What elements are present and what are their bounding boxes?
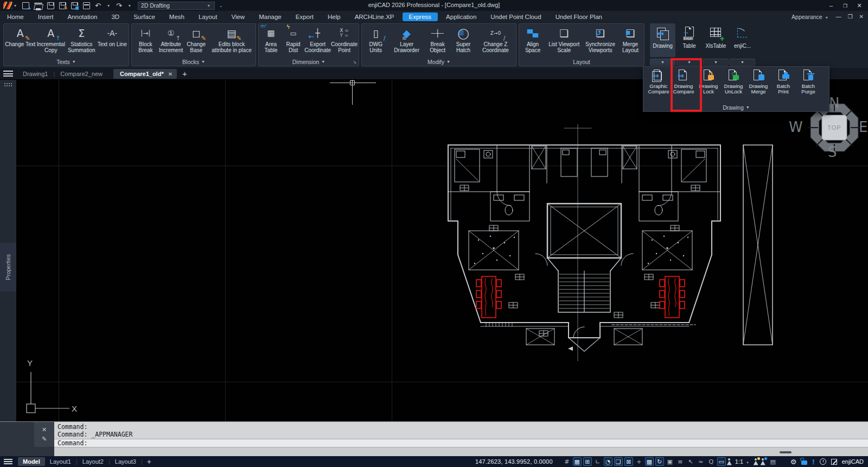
annotation-scale-value[interactable]: 1:1 ▾ [735,458,750,465]
notification-icon[interactable]: ! [812,458,814,466]
grid-display-icon[interactable]: ▦ [573,457,582,466]
sidebar-grip[interactable] [4,83,12,86]
ui-lock-icon[interactable] [801,460,807,465]
change-text-button[interactable]: A✎ Change Text [5,25,36,58]
viewcube-south-label[interactable]: S [828,144,837,160]
new-tab-button[interactable]: + [182,69,187,78]
block-break-button[interactable]: |→| Block Break [133,25,158,58]
new-file-icon[interactable] [22,2,29,9]
drawing-canvas[interactable]: TOP N W E S Y X [16,80,868,421]
tab-express[interactable]: Express [403,12,438,21]
statusbar-menu-icon[interactable] [4,459,12,464]
close-button[interactable] [856,2,863,9]
group-label-dimension[interactable]: Dimension▼↘ [259,58,359,66]
tab-annotation[interactable]: Annotation [60,12,104,21]
viewcube-north-label[interactable]: N [829,95,839,111]
restore-button[interactable] [842,2,848,9]
appearance-dropdown[interactable]: Appearance ▾ [792,14,829,20]
dwg-units-button[interactable]: ▯/ DWG Units [363,25,388,58]
tab-export[interactable]: Export [289,12,321,21]
tab-3d[interactable]: 3D [104,12,126,21]
tab-archlinexp[interactable]: ARCHLine.XP [348,12,401,21]
tab-surface[interactable]: Surface [126,12,162,21]
transparency-icon[interactable]: ≈ [697,457,705,466]
selection-cycling-icon[interactable]: ↖ [686,457,695,466]
doc-close-button[interactable]: ✕ [859,14,864,20]
break-object-button[interactable]: ╌┼╌ Break Object [425,25,450,58]
tab-application[interactable]: Application [439,12,483,21]
edit-block-attribute-button[interactable]: ▤✎ Edits block attribute in place [209,25,254,58]
clean-screen-icon[interactable]: ▭ [717,457,726,466]
settings-gear-icon[interactable]: ⚙ [790,458,797,466]
save-icon[interactable] [47,2,54,9]
dropdown-item-graphic-compare[interactable]: ↔ Graphic Compare [646,68,671,103]
object-snap-tracking-icon[interactable]: ❑ [614,457,623,466]
xlstable-tool-button[interactable]: + XlsTable [703,23,729,57]
undo-icon[interactable]: ↶ [95,2,101,10]
super-hatch-button[interactable]: ◯▥ Super Hatch [450,25,476,58]
group-label-blocks[interactable]: Blocks▼ [132,58,256,66]
console-scrollbar[interactable] [54,447,868,457]
xlstable-tool-dropdown[interactable]: ▼ [703,59,729,66]
coordinate-point-button[interactable]: X =Y = Coordinate Point [331,25,358,58]
merge-layout-button[interactable]: ❏◼ Merge Layout [618,25,643,58]
snap-mode-icon[interactable]: ⊞ [583,457,592,466]
performance-icon[interactable] [820,458,826,465]
tab-layout[interactable]: Layout [192,12,225,21]
tab-insert[interactable]: Insert [31,12,61,21]
align-space-button[interactable]: ▀▄ Align Space [520,25,545,58]
minimize-button[interactable] [828,2,834,9]
change-base-button[interactable]: ◻✎ Change Base [183,25,209,58]
tab-manage[interactable]: Manage [252,12,289,21]
quick-zoom-icon[interactable]: Q [707,457,716,466]
properties-panel-tab[interactable]: Properties [0,243,16,292]
text-on-line-button[interactable]: -A- Text on Line [97,25,128,58]
layout3-tab[interactable]: Layout3 [110,457,141,466]
viewcube-west-label[interactable]: W [789,119,803,135]
group-label-modify[interactable]: Modify▼ [362,58,516,66]
hatch-display-icon[interactable]: ▩ [645,457,654,466]
command-input[interactable]: Command: [54,439,868,447]
doc-restore-button[interactable]: ❐ [848,14,853,20]
area-table-button[interactable]: ▦m² Area Table [260,25,282,58]
group-label-texts[interactable]: Texts▼ [4,58,129,66]
dropdown-item-drawing-unlock[interactable]: Drawing UnLock [721,68,746,103]
tab-close-icon[interactable] [168,71,173,77]
attribute-increment-button[interactable]: ①↑ Attribute Increment [158,25,184,58]
rapid-dist-button[interactable]: ▭ϟ Rapid Dist [282,25,304,58]
tab-menu-icon[interactable] [3,71,13,77]
layout2-tab[interactable]: Layout2 [78,457,108,466]
model-tab[interactable]: Model [18,457,45,466]
dropdown-item-batch-print[interactable]: Batch Print [771,68,796,103]
save-as-icon[interactable] [59,2,66,9]
layout1-tab[interactable]: Layout1 [45,457,76,466]
dropdown-item-batch-purge[interactable]: Batch Purge [796,68,821,103]
tab-help[interactable]: Help [321,12,348,21]
open-file-icon[interactable] [34,3,42,8]
export-coordinate-button[interactable]: ┼← Export Coordinate [304,25,331,58]
dynamic-input-icon[interactable]: + [635,457,643,466]
doc-tab-compare1-old[interactable]: Compare1_old* [113,69,177,79]
layer-draworder-button[interactable]: ◆≋ Layer Draworder [388,25,424,58]
doc-tab-drawing1[interactable]: Drawing1 [17,69,53,79]
enjic-tool-dropdown[interactable]: ▼ [730,59,755,66]
console-close-icon[interactable]: ✕ [42,426,47,433]
app-logo-icon[interactable] [3,2,12,9]
drawing-tool-button[interactable]: ↔ Drawing [650,23,675,57]
doc-minimize-button[interactable]: — [836,14,841,20]
dynamic-ucs-icon[interactable]: ↻ [655,457,664,466]
redo-icon[interactable]: ↷ [116,2,122,10]
lineweight-icon[interactable]: ≡ [676,457,685,466]
tab-home[interactable]: Home [0,12,31,21]
doc-tab-compare2-new[interactable]: Compare2_new [55,69,108,79]
print-icon[interactable] [83,2,90,9]
tab-view[interactable]: View [224,12,252,21]
redo-caret-icon[interactable]: ▾ [129,3,131,8]
tab-undet-point-cloud[interactable]: Undet Point Cloud [483,12,548,21]
polar-tracking-icon[interactable]: ◔ [604,457,612,466]
snap-grid-icon[interactable]: # [563,457,571,466]
object-snap-icon[interactable]: ⊠ [624,457,633,466]
annotation-visibility-icon[interactable]: ▣ [666,457,674,466]
undo-caret-icon[interactable]: ▾ [107,3,110,8]
ortho-mode-icon[interactable]: ∟ [593,457,602,466]
